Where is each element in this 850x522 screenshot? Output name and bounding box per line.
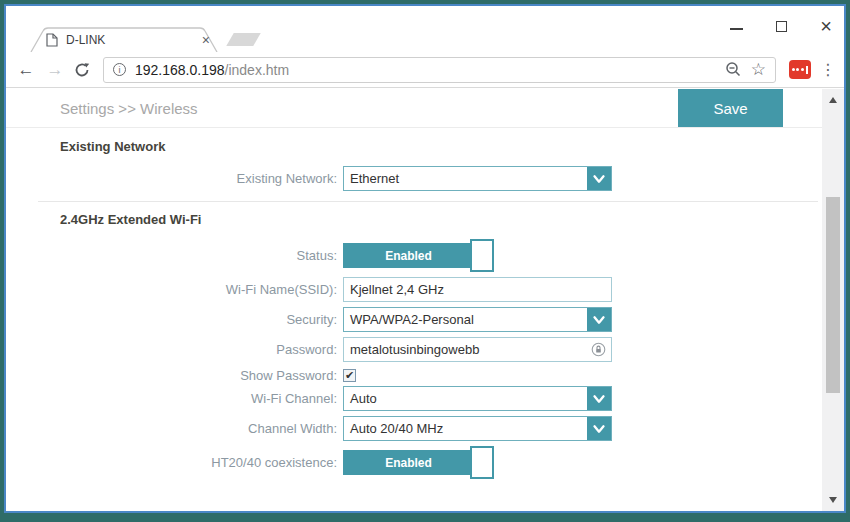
forward-icon[interactable]: → [45, 61, 65, 78]
existing-network-value: Ethernet [344, 167, 586, 190]
row-status: Status: Enabled [6, 239, 822, 272]
browser-toolbar: ← → i 192.168.0.198/index.htm ☆ ⋮ [6, 52, 844, 88]
breadcrumb: Settings >> Wireless [60, 100, 198, 117]
address-bar[interactable]: i 192.168.0.198/index.htm ☆ [103, 57, 776, 83]
status-toggle-bar: Enabled [343, 243, 474, 268]
password-label: Password: [6, 342, 337, 357]
page-info-icon[interactable]: i [113, 63, 126, 76]
title-bar: D-LINK × × [6, 6, 844, 52]
refresh-icon[interactable] [74, 62, 90, 78]
back-icon[interactable]: ← [16, 61, 36, 78]
maximize-button[interactable] [773, 18, 789, 34]
channel-width-select[interactable]: Auto 20/40 MHz [343, 416, 612, 441]
check-icon: ✔ [345, 370, 354, 381]
browser-window: D-LINK × × ← → i 192.168.0.198/index.htm [4, 4, 846, 513]
security-label: Security: [6, 312, 337, 327]
router-settings-page: Settings >> Wireless Save Existing Netwo… [6, 89, 822, 511]
status-toggle[interactable]: Enabled [343, 239, 494, 272]
chevron-down-icon [590, 390, 608, 408]
zoom-out-icon[interactable] [725, 61, 742, 78]
minimize-button[interactable] [728, 18, 744, 34]
row-ht-coexistence: HT20/40 coexistence: Enabled [6, 446, 822, 479]
row-ssid: Wi-Fi Name(SSID): [6, 277, 822, 302]
row-security: Security: WPA/WPA2-Personal [6, 307, 822, 332]
url-path: /index.htm [225, 62, 290, 78]
ht-coexistence-toggle[interactable]: Enabled [343, 446, 494, 479]
ssid-input[interactable] [343, 277, 612, 302]
browser-tab[interactable]: D-LINK × [30, 27, 220, 52]
tab-close-icon[interactable]: × [200, 32, 212, 48]
dropdown-button[interactable] [586, 417, 611, 440]
wifi-channel-value: Auto [344, 387, 586, 410]
show-password-checkbox[interactable]: ✔ [343, 369, 356, 382]
page-scrollbar[interactable] [822, 89, 844, 511]
status-label: Status: [6, 248, 337, 263]
new-tab-button[interactable] [226, 33, 261, 46]
bookmark-star-icon[interactable]: ☆ [751, 61, 766, 78]
dropdown-button[interactable] [586, 167, 611, 190]
ht-coexistence-toggle-bar: Enabled [343, 450, 474, 475]
channel-width-label: Channel Width: [6, 421, 337, 436]
row-channel-width: Channel Width: Auto 20/40 MHz [6, 416, 822, 441]
password-input[interactable] [343, 337, 612, 362]
show-password-label: Show Password: [6, 368, 337, 383]
tab-title: D-LINK [66, 33, 192, 47]
close-button[interactable]: × [818, 18, 834, 34]
ht-coexistence-toggle-knob[interactable] [470, 446, 494, 479]
security-select[interactable]: WPA/WPA2-Personal [343, 307, 612, 332]
ht-coexistence-label: HT20/40 coexistence: [6, 455, 337, 470]
wifi-channel-select[interactable]: Auto [343, 386, 612, 411]
channel-width-value: Auto 20/40 MHz [344, 417, 586, 440]
document-icon [46, 33, 58, 47]
scroll-up-button[interactable] [822, 93, 844, 107]
extension-button[interactable] [789, 60, 811, 79]
scroll-up-icon [829, 97, 837, 103]
existing-network-label: Existing Network: [6, 171, 337, 186]
status-toggle-knob[interactable] [470, 239, 494, 272]
password-manager-lock-icon[interactable] [591, 342, 606, 357]
row-wifi-channel: Wi-Fi Channel: Auto [6, 386, 822, 411]
url-host: 192.168.0.198 [135, 62, 225, 78]
ssid-label: Wi-Fi Name(SSID): [6, 282, 337, 297]
page-header: Settings >> Wireless Save [6, 89, 822, 128]
security-value: WPA/WPA2-Personal [344, 308, 586, 331]
page-content: Settings >> Wireless Save Existing Netwo… [6, 89, 844, 511]
chevron-down-icon [590, 311, 608, 329]
section-title-wifi: 2.4GHz Extended Wi-Fi [60, 212, 822, 227]
minimize-icon [730, 28, 743, 30]
scroll-down-button[interactable] [822, 493, 844, 507]
save-button[interactable]: Save [678, 89, 783, 127]
dropdown-button[interactable] [586, 308, 611, 331]
scrollbar-thumb[interactable] [826, 197, 840, 393]
section-divider [38, 201, 818, 202]
chevron-down-icon [590, 170, 608, 188]
maximize-icon [776, 21, 787, 32]
chevron-down-icon [590, 420, 608, 438]
row-password: Password: [6, 337, 822, 362]
dropdown-button[interactable] [586, 387, 611, 410]
row-existing-network: Existing Network: Ethernet [6, 166, 822, 191]
existing-network-select[interactable]: Ethernet [343, 166, 612, 191]
section-title-existing-network: Existing Network [60, 139, 822, 154]
row-show-password: Show Password: ✔ [6, 367, 822, 383]
url-text: 192.168.0.198/index.htm [135, 62, 289, 78]
wireless-form: Existing Network Existing Network: Ether… [6, 128, 822, 479]
wifi-channel-label: Wi-Fi Channel: [6, 391, 337, 406]
scroll-down-icon [829, 497, 837, 503]
extension-icon [792, 68, 795, 71]
browser-menu-icon[interactable]: ⋮ [820, 62, 834, 78]
